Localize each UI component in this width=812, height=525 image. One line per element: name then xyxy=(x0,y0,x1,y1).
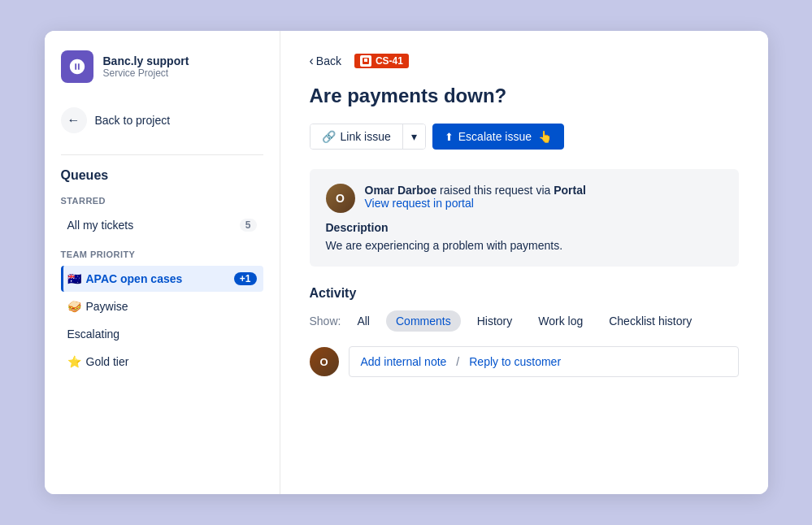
activity-header: O Omar Darboe raised this request via Po… xyxy=(326,184,723,213)
commenter-avatar: O xyxy=(310,347,339,376)
link-icon: 🔗 xyxy=(322,130,336,143)
page-title: Are payments down? xyxy=(310,85,739,107)
apac-label: APAC open cases xyxy=(86,272,183,285)
filter-history-button[interactable]: History xyxy=(467,310,523,332)
sidebar-item-gold-tier[interactable]: ⭐ Gold tier xyxy=(61,349,263,375)
sidebar-item-apac[interactable]: 🇦🇺 APAC open cases +1 xyxy=(61,266,263,292)
project-info: Banc.ly support Service Project xyxy=(103,54,189,79)
sidebar-item-all-tickets[interactable]: All my tickets 5 xyxy=(61,212,263,238)
breadcrumb-back-button[interactable]: ‹ Back xyxy=(310,54,341,68)
issue-type-icon xyxy=(360,55,371,67)
comment-separator: / xyxy=(456,355,459,368)
svg-rect-1 xyxy=(364,59,367,62)
show-bar: Show: All Comments History Work log Chec… xyxy=(310,310,739,332)
paywise-item-left: 🥪 Paywise xyxy=(67,300,128,313)
gold-tier-item-left: ⭐ Gold tier xyxy=(67,355,129,368)
gold-tier-label: Gold tier xyxy=(86,355,129,368)
paywise-emoji: 🥪 xyxy=(67,300,81,313)
activity-card: O Omar Darboe raised this request via Po… xyxy=(310,169,739,267)
starred-section: STARRED All my tickets 5 xyxy=(45,196,280,240)
show-label: Show: xyxy=(310,315,341,328)
paywise-label: Paywise xyxy=(86,300,128,313)
action-bar: 🔗 Link issue ▾ ⬆ Escalate issue 👆 xyxy=(310,124,739,150)
filter-worklog-button[interactable]: Work log xyxy=(528,310,593,332)
incident-icon xyxy=(362,57,370,65)
project-logo-icon xyxy=(68,58,86,76)
filter-checklist-button[interactable]: Checklist history xyxy=(599,310,701,332)
portal-text: Portal xyxy=(554,184,586,197)
sidebar-project-header: Banc.ly support Service Project xyxy=(45,50,280,99)
back-label: Back xyxy=(316,54,341,67)
apac-item-left: 🇦🇺 APAC open cases xyxy=(67,272,183,285)
add-internal-note-link[interactable]: Add internal note xyxy=(361,355,447,368)
chevron-down-icon: ▾ xyxy=(411,130,417,143)
sidebar-item-escalating[interactable]: Escalating xyxy=(61,321,263,347)
reply-to-customer-link[interactable]: Reply to customer xyxy=(469,355,561,368)
requester-name: Omar Darboe xyxy=(365,184,437,197)
team-priority-label: TEAM PRIORITY xyxy=(61,249,263,259)
comment-row: O Add internal note / Reply to customer xyxy=(310,346,739,377)
description-label: Description xyxy=(326,221,723,234)
escalating-item-left: Escalating xyxy=(67,328,120,341)
sidebar: Banc.ly support Service Project ← Back t… xyxy=(45,31,280,494)
project-name: Banc.ly support xyxy=(103,54,189,67)
filter-all-button[interactable]: All xyxy=(347,310,380,332)
omar-avatar: O xyxy=(326,184,355,213)
all-tickets-badge: 5 xyxy=(240,219,257,232)
description-text: We are experiencing a problem with payme… xyxy=(326,239,723,252)
raised-text: raised this request via xyxy=(440,184,550,197)
activity-section: Activity Show: All Comments History Work… xyxy=(310,286,739,377)
apac-badge: +1 xyxy=(234,272,257,285)
escalate-icon: ⬆ xyxy=(445,131,454,143)
project-icon xyxy=(61,50,93,83)
sidebar-divider xyxy=(61,154,263,155)
queues-title: Queues xyxy=(45,168,280,183)
comment-input-area[interactable]: Add internal note / Reply to customer xyxy=(349,346,739,377)
filter-comments-button[interactable]: Comments xyxy=(386,310,461,332)
escalating-label: Escalating xyxy=(67,328,120,341)
project-type: Service Project xyxy=(103,67,189,79)
link-issue-button[interactable]: 🔗 Link issue xyxy=(310,124,403,149)
sidebar-item-paywise[interactable]: 🥪 Paywise xyxy=(61,293,263,319)
main-content: ‹ Back CS-41 Are payments down? 🔗 xyxy=(280,31,768,494)
cursor-hint: 👆 xyxy=(538,130,552,143)
view-portal-link[interactable]: View request in portal xyxy=(365,197,474,210)
activity-title: Activity xyxy=(310,286,739,301)
gold-tier-emoji: ⭐ xyxy=(67,355,81,368)
starred-label: STARRED xyxy=(61,196,263,206)
description-section: Description We are experiencing a proble… xyxy=(326,221,723,252)
apac-emoji: 🇦🇺 xyxy=(67,272,81,285)
link-issue-group: 🔗 Link issue ▾ xyxy=(310,124,426,150)
back-to-project-button[interactable]: ← Back to project xyxy=(45,99,280,141)
back-arrow-icon: ← xyxy=(61,107,87,133)
link-issue-dropdown-button[interactable]: ▾ xyxy=(403,124,425,149)
activity-meta: Omar Darboe raised this request via Port… xyxy=(365,184,586,210)
issue-id-text: CS-41 xyxy=(376,55,403,67)
issue-id-badge: CS-41 xyxy=(354,54,409,68)
escalate-issue-button[interactable]: ⬆ Escalate issue 👆 xyxy=(432,124,564,150)
team-priority-section: TEAM PRIORITY 🇦🇺 APAC open cases +1 🥪 Pa… xyxy=(45,249,280,376)
link-issue-label: Link issue xyxy=(341,130,391,143)
all-tickets-label: All my tickets xyxy=(67,219,134,232)
breadcrumb: ‹ Back CS-41 xyxy=(310,54,739,68)
back-chevron-icon: ‹ xyxy=(310,54,314,68)
escalate-label: Escalate issue xyxy=(458,130,532,143)
back-to-project-label: Back to project xyxy=(95,114,171,127)
